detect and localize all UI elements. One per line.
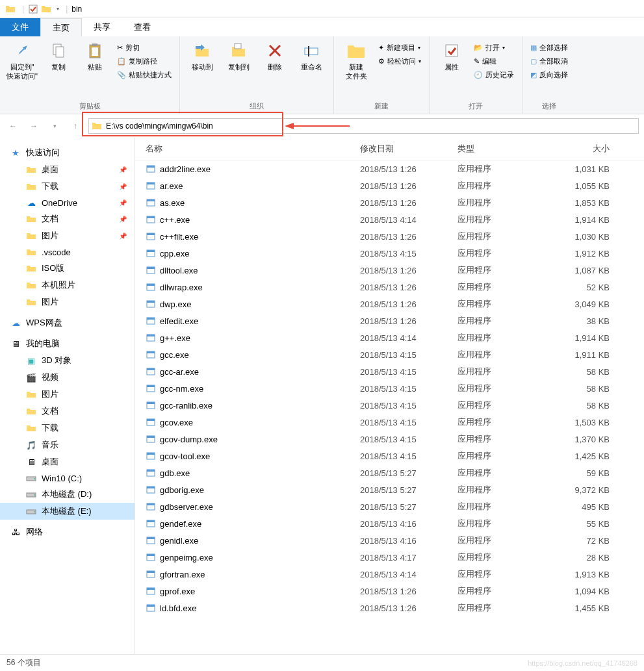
svg-rect-55 [147, 470, 155, 472]
file-row[interactable]: c++filt.exe 2018/5/13 1:26 应用程序 1,030 KB [135, 228, 644, 245]
file-row[interactable]: gcov-dump.exe 2018/5/13 4:15 应用程序 1,370 … [135, 431, 644, 448]
sidebar-item[interactable]: ☁OneDrive📌 [0, 195, 135, 210]
sidebar-item[interactable]: ISO版 [0, 260, 135, 277]
file-row[interactable]: gfortran.exe 2018/5/13 4:14 应用程序 1,913 K… [135, 566, 644, 583]
open-button[interactable]: 📂打开▾ [471, 42, 517, 54]
properties-button[interactable]: 属性 [435, 39, 469, 73]
newfolder-button[interactable]: 新建 文件夹 [339, 39, 373, 82]
delete-button[interactable]: 删除 [258, 39, 292, 73]
invert-button[interactable]: ◩反向选择 [528, 69, 571, 81]
window-title: bin [71, 5, 82, 14]
svg-rect-47 [147, 402, 155, 404]
item-icon [26, 506, 36, 516]
newitem-button[interactable]: ✦新建项目▾ [376, 42, 424, 54]
moveto-button[interactable]: 移动到 [185, 39, 219, 73]
col-type[interactable]: 类型 [452, 143, 550, 155]
sidebar-item[interactable]: 下载📌 [0, 178, 135, 195]
file-row[interactable]: as.exe 2018/5/13 1:26 应用程序 1,853 KB [135, 194, 644, 211]
sidebar-quickaccess[interactable]: ★ 快速访问 [0, 144, 135, 161]
file-row[interactable]: genpeimg.exe 2018/5/13 4:17 应用程序 28 KB [135, 549, 644, 566]
cut-button[interactable]: ✂剪切 [114, 42, 174, 54]
file-row[interactable]: dllwrap.exe 2018/5/13 1:26 应用程序 52 KB [135, 279, 644, 296]
file-row[interactable]: ar.exe 2018/5/13 1:26 应用程序 1,055 KB [135, 177, 644, 194]
exe-icon [146, 535, 156, 546]
sidebar-item[interactable]: 🖥桌面 [0, 453, 135, 470]
forward-button[interactable]: → [26, 118, 42, 134]
sidebar-item[interactable]: ▣3D 对象 [0, 352, 135, 369]
sidebar-item[interactable]: 🎬视频 [0, 369, 135, 386]
file-row[interactable]: gdb.exe 2018/5/13 5:27 应用程序 59 KB [135, 464, 644, 481]
col-size[interactable]: 大小 [550, 143, 615, 155]
file-row[interactable]: addr2line.exe 2018/5/13 1:26 应用程序 1,031 … [135, 160, 644, 177]
sidebar-item[interactable]: 图片 [0, 294, 135, 310]
edit-button[interactable]: ✎编辑 [471, 55, 517, 68]
sidebar-item[interactable]: 文档 [0, 403, 135, 420]
file-row[interactable]: g++.exe 2018/5/13 4:14 应用程序 1,914 KB [135, 329, 644, 346]
exe-icon [146, 265, 156, 275]
file-row[interactable]: ld.bfd.exe 2018/5/13 1:26 应用程序 1,455 KB [135, 600, 644, 616]
recent-dropdown[interactable]: ▾ [47, 118, 62, 134]
file-row[interactable]: genidl.exe 2018/5/13 4:16 应用程序 72 KB [135, 532, 644, 549]
tab-view[interactable]: 查看 [122, 18, 162, 36]
file-row[interactable]: gendef.exe 2018/5/13 4:16 应用程序 55 KB [135, 515, 644, 532]
copypath-button[interactable]: 📋复制路径 [114, 55, 174, 68]
tab-file[interactable]: 文件 [0, 18, 40, 36]
file-row[interactable]: gcc-nm.exe 2018/5/13 4:15 应用程序 58 KB [135, 380, 644, 397]
file-row[interactable]: gdbserver.exe 2018/5/13 5:27 应用程序 495 KB [135, 498, 644, 515]
file-row[interactable]: dwp.exe 2018/5/13 1:26 应用程序 3,049 KB [135, 296, 644, 312]
svg-rect-29 [147, 250, 155, 252]
sidebar-item[interactable]: Win10 (C:) [0, 470, 135, 486]
exe-icon [146, 400, 156, 411]
file-row[interactable]: elfedit.exe 2018/5/13 1:26 应用程序 38 KB [135, 312, 644, 329]
file-row[interactable]: gcc-ar.exe 2018/5/13 4:15 应用程序 58 KB [135, 363, 644, 380]
pasteshortcut-button[interactable]: 📎粘贴快捷方式 [114, 69, 174, 81]
col-date[interactable]: 修改日期 [355, 143, 452, 155]
history-button[interactable]: 🕘历史记录 [471, 69, 517, 81]
selectnone-icon: ▢ [530, 57, 537, 66]
sidebar-item[interactable]: 本地磁盘 (D:) [0, 486, 135, 503]
sidebar-network[interactable]: 🖧 网络 [0, 524, 135, 540]
sidebar-item[interactable]: 下载 [0, 420, 135, 437]
sidebar-item[interactable]: 文档📌 [0, 210, 135, 227]
selectall-button[interactable]: ▦全部选择 [528, 42, 571, 54]
tab-home[interactable]: 主页 [40, 18, 82, 36]
file-row[interactable]: gcc.exe 2018/5/13 4:15 应用程序 1,911 KB [135, 346, 644, 363]
file-list[interactable]: 名称 修改日期 类型 大小 addr2line.exe 2018/5/13 1:… [135, 138, 644, 654]
sidebar-item[interactable]: 本机照片 [0, 277, 135, 294]
svg-rect-61 [147, 520, 155, 522]
navigation-pane[interactable]: ★ 快速访问 桌面📌下载📌☁OneDrive📌文档📌图片📌.vscodeISO版… [0, 138, 135, 654]
file-row[interactable]: gcc-ranlib.exe 2018/5/13 4:15 应用程序 58 KB [135, 397, 644, 414]
up-button[interactable]: ↑ [68, 118, 83, 134]
address-bar[interactable]: E:\vs code\mingw\mingw64\bin [88, 118, 639, 134]
file-row[interactable]: gcov-tool.exe 2018/5/13 4:15 应用程序 1,425 … [135, 448, 644, 464]
dropdown-icon[interactable]: ▾ [57, 6, 59, 12]
sidebar-item[interactable]: 桌面📌 [0, 161, 135, 178]
tab-share[interactable]: 共享 [82, 18, 122, 36]
checkbox-icon[interactable] [28, 4, 38, 14]
rename-button[interactable]: 重命名 [294, 39, 328, 73]
sidebar-item[interactable]: .vscode [0, 244, 135, 260]
selectnone-button[interactable]: ▢全部取消 [528, 55, 571, 68]
file-row[interactable]: gprof.exe 2018/5/13 1:26 应用程序 1,094 KB [135, 583, 644, 600]
menu-tabs: 文件 主页 共享 查看 [0, 18, 644, 36]
sidebar-item[interactable]: 图片📌 [0, 227, 135, 244]
easyaccess-button[interactable]: ⚙轻松访问▾ [376, 55, 424, 68]
file-row[interactable]: dlltool.exe 2018/5/13 1:26 应用程序 1,087 KB [135, 262, 644, 279]
paste-button[interactable]: 粘贴 [78, 39, 112, 73]
sidebar-item[interactable]: 本地磁盘 (E:) [0, 503, 135, 520]
pin-quickaccess-button[interactable]: 固定到" 快速访问" [5, 39, 39, 82]
copyto-button[interactable]: 复制到 [222, 39, 255, 73]
sidebar-thispc[interactable]: 🖥 我的电脑 [0, 335, 135, 352]
file-row[interactable]: gcov.exe 2018/5/13 4:15 应用程序 1,503 KB [135, 414, 644, 431]
copy-button[interactable]: 复制 [42, 39, 75, 73]
file-row[interactable]: c++.exe 2018/5/13 4:14 应用程序 1,914 KB [135, 211, 644, 228]
sidebar-item[interactable]: 图片 [0, 386, 135, 403]
sidebar-wps[interactable]: ☁ WPS网盘 [0, 314, 135, 331]
back-button[interactable]: ← [5, 118, 21, 134]
file-row[interactable]: gdborig.exe 2018/5/13 5:27 应用程序 9,372 KB [135, 481, 644, 498]
col-name[interactable]: 名称 [140, 143, 355, 155]
file-row[interactable]: cpp.exe 2018/5/13 4:15 应用程序 1,912 KB [135, 245, 644, 262]
sidebar-item[interactable]: 🎵音乐 [0, 437, 135, 453]
exe-icon [146, 181, 156, 191]
path-icon: 📋 [117, 57, 126, 66]
